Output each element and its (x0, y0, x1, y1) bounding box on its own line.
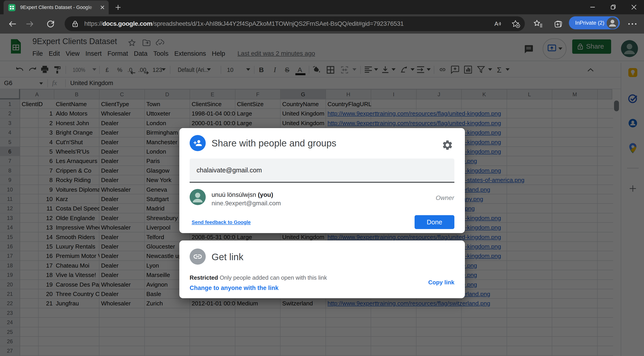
svg-text:A: A (494, 20, 498, 27)
